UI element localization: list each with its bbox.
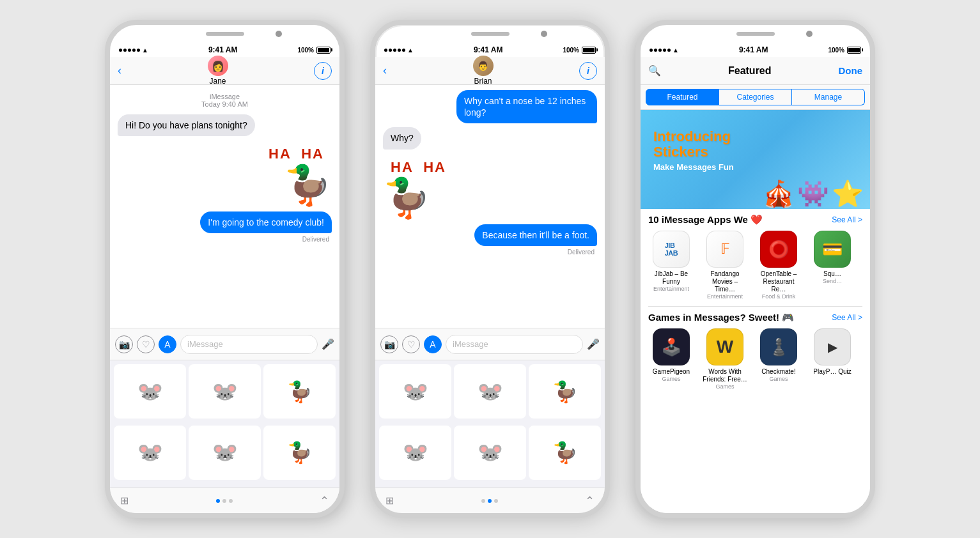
grid-icon-2[interactable]: ⊞: [385, 495, 394, 507]
chevron-icon-2[interactable]: ⌃: [585, 494, 595, 508]
time-1: 9:41 AM: [208, 45, 238, 54]
app-playp[interactable]: ▶ PlayP… Quiz: [809, 328, 855, 390]
back-button-1[interactable]: ‹: [118, 64, 121, 77]
camera-icon-1[interactable]: 📷: [115, 335, 133, 353]
duck-sticker-1: 🦆: [284, 162, 332, 208]
avatar-jane: 👩: [208, 56, 228, 76]
heart-icon-1[interactable]: ♡: [137, 335, 155, 353]
jibjab-text: JIBJAB: [665, 242, 678, 257]
banner-title: IntroducingStickers: [653, 129, 734, 160]
chat-area-jane: iMessageToday 9:40 AM Hi! Do you have pl…: [110, 85, 339, 360]
phone-jane: ▲ 9:41 AM 100% ‹ 👩 Jane i iMes: [105, 20, 345, 518]
battery-pct-3: 100%: [828, 47, 844, 54]
chevron-icon-1[interactable]: ⌃: [320, 494, 329, 508]
app-cat-sq: Send…: [823, 278, 842, 284]
see-all-1[interactable]: See All >: [832, 215, 862, 224]
time-2: 9:41 AM: [474, 45, 503, 54]
dot5: [137, 49, 140, 52]
imessage-input-1[interactable]: iMessage: [180, 335, 318, 354]
section-header-1: 10 iMessage Apps We ❤️ See All >: [641, 209, 870, 228]
sticker-1-5[interactable]: 🐭: [189, 426, 261, 480]
page-dots-1: [216, 499, 233, 503]
app-opentable[interactable]: ⭕ OpenTable – Restaurant Re… Food & Drin…: [756, 231, 802, 300]
status-left-1: ▲: [119, 47, 148, 54]
sticker-2-1[interactable]: 🐭: [379, 364, 451, 419]
app-icon-gamepigeon: 🕹️: [653, 328, 690, 365]
back-arrow-2: ‹: [383, 64, 387, 77]
sticker-2-6[interactable]: 🦆: [529, 426, 601, 480]
imessage-input-2[interactable]: iMessage: [446, 335, 583, 354]
appstore-title: Featured: [728, 65, 772, 77]
battery-icon-3: [847, 47, 861, 54]
apps-icon-2[interactable]: A: [424, 335, 442, 353]
status-bar-3: ▲ 9:41 AM 100%: [641, 43, 870, 57]
appstore-tabs: Featured Categories Manage: [641, 85, 870, 110]
page-dots-2: [481, 499, 498, 503]
app-icon-fandango: 𝔽: [706, 231, 743, 268]
dot-1-3: [229, 499, 233, 503]
battery-area-2: 100%: [563, 47, 596, 54]
msg-jane-1: Hi! Do you have plans tonight?: [118, 114, 332, 136]
app-wwf[interactable]: W Words With Friends: Free… Games: [702, 328, 748, 390]
wifi-icon-2: ▲: [407, 47, 414, 54]
app-jibjab[interactable]: JIBJAB JibJab – Be Funny Entertainment: [648, 231, 694, 300]
app-fandango[interactable]: 𝔽 Fandango Movies – Time… Entertainment: [702, 231, 748, 300]
tab-manage[interactable]: Manage: [792, 89, 865, 105]
app-cat-fandango: Entertainment: [707, 293, 743, 300]
search-icon[interactable]: 🔍: [648, 65, 661, 77]
imessage-placeholder-1: iMessage: [187, 339, 223, 349]
heart-icon-2[interactable]: ♡: [402, 335, 420, 353]
dot4: [132, 49, 136, 52]
app-name-sq: Squ…: [823, 270, 841, 278]
sticker-1-4[interactable]: 🐭: [114, 426, 186, 480]
camera-2: [541, 31, 547, 37]
mic-icon-1[interactable]: 🎤: [322, 338, 334, 350]
dot-1-2: [222, 499, 226, 503]
app-name-gamepigeon: GamePigeon: [653, 368, 690, 376]
sticker-2-3[interactable]: 🦆: [529, 364, 601, 419]
dot-active-1: [216, 499, 220, 503]
dot-2-1: [481, 499, 485, 503]
sticker-1-1[interactable]: 🐭: [114, 364, 186, 419]
apps-icon-1[interactable]: A: [159, 335, 176, 353]
section-title-1: 10 iMessage Apps We ❤️: [648, 214, 763, 226]
bubble-sent-1: I'm going to the comedy club!: [200, 211, 332, 233]
sticker-1-2[interactable]: 🐭: [189, 364, 261, 419]
msg-brian-2: Why?: [383, 127, 597, 149]
signal-dots-1: [119, 49, 140, 52]
app-icon-checkmate: ♟️: [760, 328, 797, 365]
sticker-panel-2: 🐭 🐭 🦆 🐭 🐭 🦆: [375, 360, 605, 488]
info-button-1[interactable]: i: [314, 62, 332, 80]
banner-characters: 🎪 👾 ⭐: [763, 179, 864, 209]
see-all-2[interactable]: See All >: [832, 313, 862, 322]
camera-1: [276, 31, 282, 37]
app-cat-jibjab: Entertainment: [653, 286, 689, 292]
camera-icon-2[interactable]: 📷: [380, 335, 398, 353]
phone-appstore: ▲ 9:41 AM 100% 🔍 Featured Done Featured …: [635, 20, 875, 518]
grid-icon-1[interactable]: ⊞: [120, 495, 128, 507]
app-gamepigeon[interactable]: 🕹️ GamePigeon Games: [648, 328, 694, 390]
info-button-2[interactable]: i: [579, 62, 597, 80]
mic-icon-2[interactable]: 🎤: [587, 338, 600, 350]
app-cat-checkmate: Games: [769, 376, 788, 382]
app-square[interactable]: 💳 Squ… Send…: [809, 231, 855, 300]
battery-area-3: 100%: [828, 47, 861, 54]
delivered-2: Delivered: [383, 249, 595, 256]
app-icon-jibjab: JIBJAB: [653, 231, 690, 268]
sticker-1-3[interactable]: 🦆: [263, 364, 336, 419]
section-header-2: Games in Messages? Sweet! 🎮 See All >: [641, 307, 870, 326]
bubble-brian-recv-1: Why?: [383, 127, 421, 149]
sticker-2-2[interactable]: 🐭: [454, 364, 526, 419]
app-checkmate[interactable]: ♟️ Checkmate! Games: [756, 328, 802, 390]
sticker-2-4[interactable]: 🐭: [379, 426, 451, 480]
back-button-2[interactable]: ‹: [383, 64, 387, 77]
sticker-1-6[interactable]: 🦆: [263, 426, 336, 480]
app-name-fandango: Fandango Movies – Time…: [702, 270, 748, 293]
appstore-banner: IntroducingStickers Make Messages Fun 🎪 …: [641, 110, 870, 209]
done-button[interactable]: Done: [838, 65, 862, 76]
app-name-playp: PlayP… Quiz: [813, 368, 851, 376]
sticker-2-5[interactable]: 🐭: [454, 426, 526, 480]
tab-categories[interactable]: Categories: [719, 89, 792, 105]
tab-featured[interactable]: Featured: [646, 89, 719, 105]
back-arrow-1: ‹: [118, 64, 121, 77]
